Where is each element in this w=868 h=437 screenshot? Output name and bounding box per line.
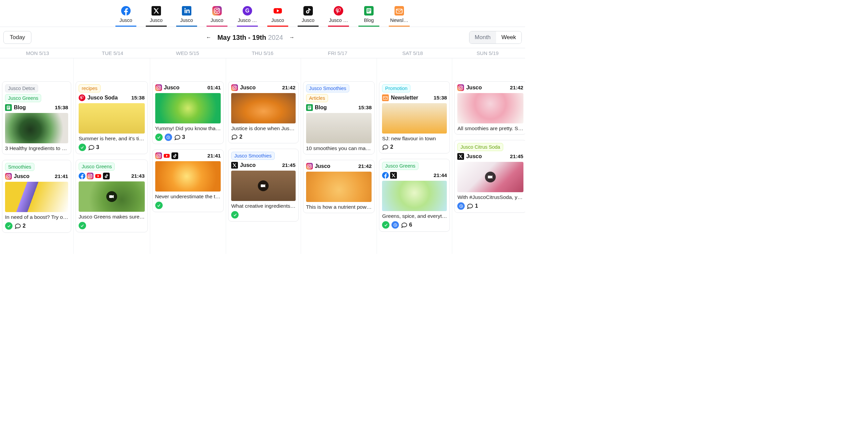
channel-tab-blog[interactable]: Blog bbox=[358, 6, 379, 27]
card-thumbnail bbox=[79, 103, 145, 134]
view-month-button[interactable]: Month bbox=[469, 31, 496, 43]
card-time: 21:42 bbox=[282, 85, 296, 91]
card-time: 21:41 bbox=[208, 153, 221, 159]
youtube-icon bbox=[163, 152, 170, 159]
post-card[interactable]: recipesJusco Soda15:38Summer is here, an… bbox=[76, 81, 148, 154]
instagram-icon bbox=[306, 163, 313, 170]
instagram-icon bbox=[5, 173, 12, 180]
approved-icon bbox=[155, 134, 163, 141]
channel-tab-google[interactable]: GJusco … bbox=[237, 6, 258, 27]
svg-rect-14 bbox=[367, 9, 371, 10]
post-card[interactable]: Jusco DetoxJusco GreensBlog15:383 Health… bbox=[2, 81, 71, 154]
channel-tab-instagram[interactable]: Jusco bbox=[207, 6, 227, 27]
post-card[interactable]: Jusco21:42This is how a nutrient pow… bbox=[303, 160, 375, 213]
card-time: 21:45 bbox=[282, 162, 296, 168]
blog-icon bbox=[306, 104, 313, 111]
day-column: recipesJusco Soda15:38Summer is here, an… bbox=[74, 58, 150, 254]
card-meta bbox=[155, 202, 221, 209]
card-header: 21:43 bbox=[79, 173, 145, 179]
card-account: Jusco bbox=[466, 153, 482, 159]
card-channels bbox=[382, 172, 397, 179]
card-account: Jusco bbox=[164, 85, 180, 91]
today-button[interactable]: Today bbox=[3, 31, 31, 44]
card-channels bbox=[5, 104, 12, 111]
svg-point-28 bbox=[79, 94, 85, 101]
date-range-year: 2024 bbox=[268, 34, 283, 41]
day-header: THU 5/16 bbox=[225, 48, 300, 58]
post-card[interactable]: PromotionNewsletter15:38SJ: new flavour … bbox=[379, 81, 450, 153]
card-channels bbox=[155, 84, 162, 91]
video-icon bbox=[258, 180, 269, 191]
post-card[interactable]: SmoothiesJusco21:41In need of a boost? T… bbox=[2, 160, 71, 233]
post-card[interactable]: Jusco01:41Yummy! Did you know tha…3 bbox=[152, 81, 224, 144]
pinterest-icon bbox=[334, 6, 343, 16]
card-time: 21:43 bbox=[131, 173, 145, 179]
svg-rect-16 bbox=[367, 11, 370, 12]
card-account: Jusco bbox=[466, 85, 482, 91]
channel-label: Newsl… bbox=[390, 18, 408, 23]
date-range-bold: May 13th - 19th bbox=[217, 34, 266, 41]
facebook-icon bbox=[382, 172, 389, 179]
instagram-icon bbox=[457, 84, 464, 91]
card-header: Jusco01:41 bbox=[155, 84, 221, 91]
card-account: Blog bbox=[14, 105, 26, 111]
channel-tab-facebook[interactable]: Jusco bbox=[115, 6, 136, 27]
channel-tab-pinterest[interactable]: Jusco … bbox=[328, 6, 349, 27]
post-card[interactable]: 21:41Never underestimate the t… bbox=[152, 149, 224, 212]
channel-label: Jusco bbox=[271, 18, 284, 23]
svg-rect-10 bbox=[303, 6, 313, 16]
prev-week-button[interactable]: ← bbox=[206, 34, 211, 40]
channel-tab-x[interactable]: Jusco bbox=[146, 6, 167, 27]
day-column: Jusco DetoxJusco GreensBlog15:383 Health… bbox=[0, 58, 74, 254]
comments-count: 3 bbox=[88, 144, 99, 151]
card-thumbnail bbox=[306, 113, 372, 143]
card-caption: Greens, spice, and everyt… bbox=[382, 213, 447, 219]
day-column: PromotionNewsletter15:38SJ: new flavour … bbox=[377, 58, 452, 254]
card-channels bbox=[231, 84, 238, 91]
card-time: 15:38 bbox=[358, 105, 372, 111]
card-caption: 3 Healthy Ingredients to … bbox=[5, 145, 68, 151]
post-card[interactable]: Jusco21:42All smoothies are pretty. S… bbox=[454, 81, 525, 135]
channel-label: Blog bbox=[364, 18, 374, 23]
x-icon bbox=[231, 162, 238, 169]
facebook-icon bbox=[121, 6, 131, 16]
card-meta bbox=[231, 211, 295, 218]
blog-icon bbox=[5, 104, 12, 111]
channel-tabs: JuscoJuscoJuscoJuscoGJusco …JuscoJuscoJu… bbox=[0, 0, 525, 27]
post-card[interactable]: Jusco21:42Justice is done when Jus…2 bbox=[228, 81, 298, 143]
next-week-button[interactable]: → bbox=[289, 34, 295, 40]
card-header: Jusco21:42 bbox=[231, 84, 295, 91]
card-account: Jusco bbox=[14, 173, 29, 179]
card-tags: Jusco SmoothiesArticles bbox=[306, 84, 372, 102]
card-thumbnail bbox=[306, 172, 372, 202]
linkedin-icon bbox=[182, 6, 191, 16]
channel-label: Jusco … bbox=[238, 18, 257, 23]
day-headers: MON 5/13TUE 5/14WED 5/15THU 5/16FRI 5/17… bbox=[0, 48, 525, 58]
svg-rect-54 bbox=[308, 106, 311, 107]
calendar-toolbar: Today ← May 13th - 19th 2024 → Month Wee… bbox=[0, 27, 525, 48]
post-card[interactable]: Jusco Citrus SodaJusco21:45With #JuscoCi… bbox=[454, 140, 525, 213]
channel-tab-tiktok[interactable]: Jusco bbox=[298, 6, 319, 27]
day-header: TUE 5/14 bbox=[75, 48, 150, 58]
card-thumbnail bbox=[79, 181, 145, 212]
card-tags: Jusco Greens bbox=[79, 163, 145, 171]
scheduled-icon bbox=[391, 221, 399, 229]
card-time: 21:45 bbox=[510, 153, 523, 159]
channel-label: Jusco bbox=[211, 18, 223, 23]
channel-tab-youtube[interactable]: Jusco bbox=[267, 6, 288, 27]
channel-tab-linkedin[interactable]: Jusco bbox=[176, 6, 197, 27]
tag: Jusco Detox bbox=[5, 84, 38, 92]
card-caption: SJ: new flavour in town bbox=[382, 136, 447, 142]
channel-label: Jusco bbox=[180, 18, 193, 23]
card-account: Jusco bbox=[315, 163, 330, 169]
card-header: Jusco21:45 bbox=[457, 153, 523, 160]
day-header: FRI 5/17 bbox=[300, 48, 375, 58]
view-week-button[interactable]: Week bbox=[496, 31, 521, 43]
channel-label: Jusco … bbox=[329, 18, 348, 23]
post-card[interactable]: Jusco SmoothiesArticlesBlog15:3810 smoot… bbox=[303, 81, 375, 154]
card-thumbnail bbox=[231, 93, 295, 123]
post-card[interactable]: Jusco Greens21:43Jusco Greens makes sure… bbox=[76, 159, 148, 232]
post-card[interactable]: Jusco SmoothiesJusco21:45What creative i… bbox=[228, 149, 298, 222]
channel-tab-newsletter[interactable]: Newsl… bbox=[389, 6, 410, 27]
post-card[interactable]: Jusco Greens21:44Greens, spice, and ever… bbox=[379, 159, 450, 232]
